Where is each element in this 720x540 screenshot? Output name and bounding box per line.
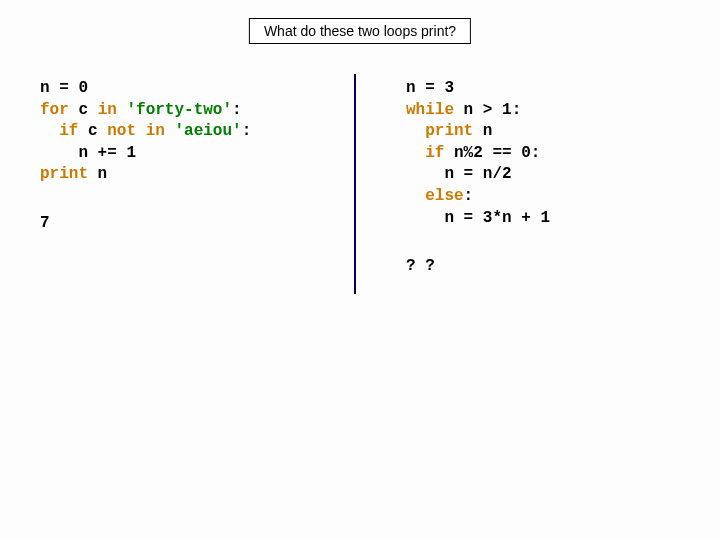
kw-while: while (406, 101, 454, 119)
code-indent (406, 187, 425, 205)
title-text: What do these two loops print? (264, 23, 456, 39)
str-aeiou: 'aeiou' (174, 122, 241, 140)
code-indent (406, 144, 425, 162)
kw-print: print (40, 165, 88, 183)
code-text: n (473, 122, 492, 140)
kw-if: if (59, 122, 78, 140)
code-text: n = 3*n + 1 (406, 209, 550, 227)
code-text: : (464, 187, 474, 205)
code-text: n = 3 (406, 79, 454, 97)
code-indent (406, 122, 425, 140)
str-forty-two: 'forty-two' (126, 101, 232, 119)
code-text: n > 1: (454, 101, 521, 119)
code-text: : (232, 101, 242, 119)
kw-in: in (98, 101, 117, 119)
code-text (117, 101, 127, 119)
kw-print: print (425, 122, 473, 140)
left-code: n = 0 for c in 'forty-two': if c not in … (40, 78, 324, 186)
code-text: n = 0 (40, 79, 88, 97)
code-text: : (242, 122, 252, 140)
code-text: c (69, 101, 98, 119)
right-code: n = 3 while n > 1: print n if n%2 == 0: … (406, 78, 690, 229)
kw-for: for (40, 101, 69, 119)
kw-not-in: not in (107, 122, 165, 140)
code-text (165, 122, 175, 140)
left-column: n = 0 for c in 'forty-two': if c not in … (0, 70, 354, 294)
code-text: n%2 == 0: (444, 144, 540, 162)
title-box: What do these two loops print? (249, 18, 471, 44)
left-answer: 7 (40, 214, 324, 232)
kw-else: else (425, 187, 463, 205)
right-column: n = 3 while n > 1: print n if n%2 == 0: … (356, 70, 720, 294)
columns: n = 0 for c in 'forty-two': if c not in … (0, 70, 720, 294)
code-text: n = n/2 (406, 165, 512, 183)
code-text: n += 1 (40, 144, 136, 162)
right-answer: ? ? (406, 257, 690, 275)
code-text: c (78, 122, 107, 140)
kw-if: if (425, 144, 444, 162)
code-text: n (88, 165, 107, 183)
code-indent (40, 122, 59, 140)
